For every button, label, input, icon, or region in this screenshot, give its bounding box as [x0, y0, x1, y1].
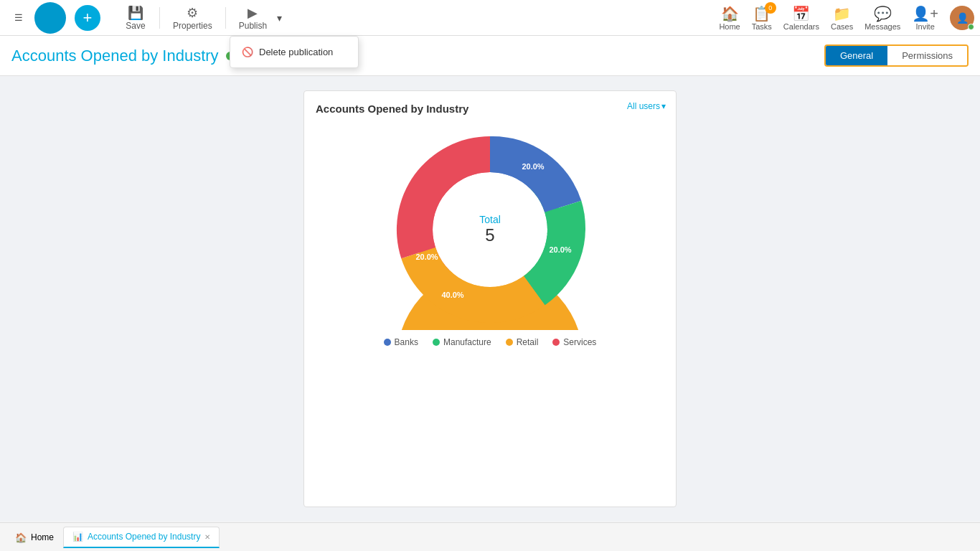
main-content: Accounts Opened by Industry All users ▾	[0, 76, 980, 522]
bottom-tab-bar: 🏠 Home 📊 Accounts Opened by Industry ✕	[0, 522, 980, 551]
add-button[interactable]: +	[75, 5, 100, 31]
sub-header: Accounts Opened by Industry General Perm…	[0, 36, 980, 76]
legend-dot-banks	[384, 339, 391, 346]
home-nav-button[interactable]: 🏠 Home	[719, 5, 740, 31]
chart-title: Accounts Opened by Industry	[316, 103, 664, 115]
hamburger-button[interactable]: ☰	[6, 5, 32, 31]
home-icon: 🏠	[721, 5, 739, 22]
svg-text:20.0%: 20.0%	[415, 253, 438, 261]
accounts-tab-close[interactable]: ✕	[204, 533, 210, 541]
svg-text:20.0%: 20.0%	[522, 162, 544, 171]
chart-legend: Banks Manufacture Retail Services	[316, 337, 664, 347]
home-tab[interactable]: 🏠 Home	[6, 527, 63, 548]
home-tab-icon: 🏠	[15, 532, 27, 543]
invite-icon: 👤+	[912, 5, 938, 22]
all-users-dropdown[interactable]: All users ▾	[627, 101, 666, 111]
logo-button[interactable]	[34, 2, 66, 34]
chevron-down-icon: ▾	[661, 101, 666, 111]
legend-item-manufacture: Manufacture	[433, 337, 491, 347]
chart-card: Accounts Opened by Industry All users ▾	[303, 90, 677, 507]
messages-icon: 💬	[874, 5, 892, 22]
svg-text:40.0%: 40.0%	[441, 291, 463, 299]
legend-item-retail: Retail	[506, 337, 539, 347]
legend-item-banks: Banks	[384, 337, 418, 347]
delete-publication-item[interactable]: 🚫 Delete publication	[230, 41, 358, 63]
tasks-badge: 0	[765, 2, 776, 14]
accounts-tab[interactable]: 📊 Accounts Opened by Industry ✕	[63, 527, 220, 548]
messages-nav-button[interactable]: 💬 Messages	[864, 5, 900, 31]
page-title[interactable]: Accounts Opened by Industry	[11, 47, 219, 65]
online-indicator	[968, 24, 974, 30]
cases-nav-button[interactable]: 📁 Cases	[831, 5, 853, 31]
permissions-tab-button[interactable]: Permissions	[887, 46, 967, 65]
invite-nav-button[interactable]: 👤+ Invite	[912, 5, 938, 31]
general-tab-button[interactable]: General	[826, 46, 887, 65]
cases-icon: 📁	[833, 5, 851, 22]
tasks-nav-button[interactable]: 📋 0 Tasks	[752, 5, 772, 31]
legend-dot-services	[552, 339, 560, 346]
publish-button[interactable]: ▶ Publish	[232, 2, 274, 34]
save-button[interactable]: 💾 Save	[118, 2, 154, 34]
legend-dot-manufacture	[433, 339, 440, 346]
separator2	[225, 7, 226, 29]
publish-dropdown-button[interactable]: ▾	[274, 9, 285, 27]
donut-svg-correct: 20.0% 20.0% 40.0% 20.0%	[390, 129, 590, 330]
properties-button[interactable]: ⚙ Properties	[166, 2, 220, 34]
separator	[159, 7, 160, 29]
svg-text:20.0%: 20.0%	[549, 245, 571, 254]
publish-icon: ▶	[248, 5, 258, 21]
donut-chart-container: 20.0% 20.0% 40.0% 20.0%	[316, 129, 664, 330]
delete-publication-icon: 🚫	[242, 47, 253, 57]
tab-button-group: General Permissions	[824, 44, 969, 67]
publish-dropdown-menu: 🚫 Delete publication	[230, 36, 359, 68]
navbar: ☰ + 💾 Save ⚙ Properties ▶ Pu	[0, 0, 980, 36]
nav-left: ☰ + 💾 Save ⚙ Properties ▶ Pu	[6, 2, 285, 34]
avatar[interactable]: 👤	[950, 6, 974, 30]
legend-item-services: Services	[552, 337, 596, 347]
calendars-icon: 📅	[792, 5, 810, 22]
properties-icon: ⚙	[187, 5, 198, 21]
calendars-nav-button[interactable]: 📅 Calendars	[783, 5, 819, 31]
legend-dot-retail	[506, 339, 513, 346]
save-icon: 💾	[128, 5, 143, 21]
donut-overlay: 20.0% 20.0% 40.0% 20.0%	[390, 129, 590, 330]
publish-group: ▶ Publish ▾	[232, 2, 285, 34]
accounts-tab-icon: 📊	[72, 532, 83, 542]
nav-right: 🏠 Home 📋 0 Tasks 📅 Calendars 📁 Cases 💬 M…	[719, 5, 974, 31]
